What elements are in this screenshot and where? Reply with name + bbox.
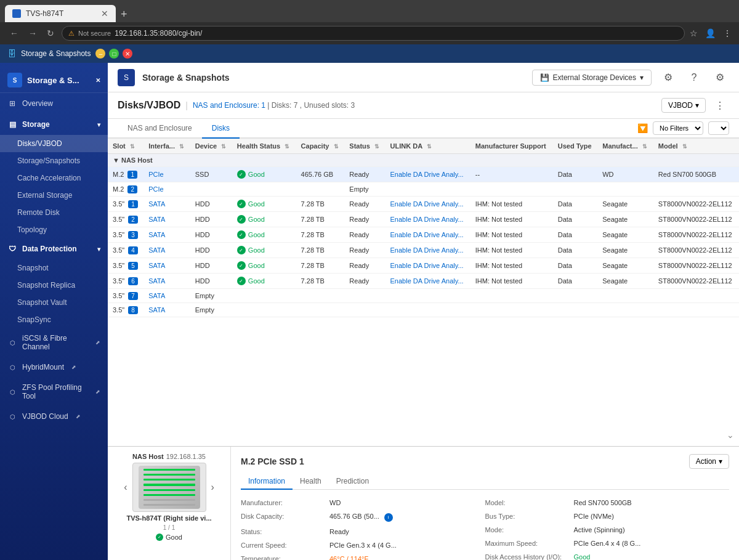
sidebar-item-snapsync[interactable]: SnapSync xyxy=(0,311,108,328)
help-button[interactable]: ? xyxy=(685,68,703,87)
col-capacity[interactable]: Capacity ⇅ xyxy=(296,139,345,154)
used-type-cell xyxy=(553,182,597,197)
action-button[interactable]: Action ▾ xyxy=(689,454,729,469)
prev-device-button[interactable]: ‹ xyxy=(121,479,129,495)
col-mfg-support[interactable]: Manufacturer Support xyxy=(470,139,553,154)
sidebar-item-snapshot-replica[interactable]: Snapshot Replica xyxy=(0,277,108,294)
health-cell: ✓ Good xyxy=(232,258,296,274)
col-health[interactable]: Health Status ⇅ xyxy=(232,139,296,154)
menu-icon[interactable]: ⋮ xyxy=(723,28,732,38)
table-row[interactable]: 3.5" 4 SATA HDD ✓ Good 7.28 TB Ready Ena… xyxy=(108,243,739,258)
sidebar-item-iscsi[interactable]: ⬡ iSCSI & Fibre Channel ⬈ xyxy=(0,328,108,357)
more-button[interactable]: ⚙ xyxy=(711,68,729,87)
sidebar-item-storage[interactable]: ▤ Storage ▾ xyxy=(0,114,108,135)
sidebar-item-snapshot[interactable]: Snapshot xyxy=(0,259,108,277)
col-model[interactable]: Model ⇅ xyxy=(653,139,739,154)
health-tab-label: Health xyxy=(300,477,321,485)
col-ulink[interactable]: ULINK DA ⇅ xyxy=(386,139,470,154)
browser-tab[interactable]: TVS-h874T ✕ xyxy=(5,5,116,22)
interface-link[interactable]: SATA xyxy=(148,277,165,285)
col-manufacturer[interactable]: Manufact... ⇅ xyxy=(597,139,653,154)
interface-link[interactable]: PCIe xyxy=(148,171,163,178)
tab-disks[interactable]: Disks xyxy=(202,119,240,139)
cache-acceleration-label: Cache Acceleration xyxy=(17,174,81,182)
toolbar-more-button[interactable]: ⋮ xyxy=(711,96,729,115)
sidebar-item-topology[interactable]: Topology xyxy=(0,221,108,238)
nas-enclosure-link[interactable]: NAS and Enclosure: 1 xyxy=(193,101,265,110)
reload-button[interactable]: ↻ xyxy=(44,26,57,41)
interface-link[interactable]: SATA xyxy=(148,200,165,208)
table-row[interactable]: 3.5" 1 SATA HDD ✓ Good 7.28 TB Ready Ena… xyxy=(108,197,739,212)
close-button[interactable]: ✕ xyxy=(123,49,132,59)
profile-icon[interactable]: 👤 xyxy=(705,28,716,38)
sidebar-item-data-protection[interactable]: 🛡 Data Protection ▾ xyxy=(0,238,108,259)
sidebar-item-remote-disk[interactable]: Remote Disk xyxy=(0,204,108,221)
table-row[interactable]: 3.5" 6 SATA HDD ✓ Good 7.28 TB Ready Ena… xyxy=(108,274,739,289)
slot-cell: M.2 2 xyxy=(108,182,143,197)
table-row[interactable]: M.2 2 PCIe Empty xyxy=(108,182,739,197)
ulink-link[interactable]: Enable DA Drive Analy... xyxy=(390,200,464,208)
interface-link[interactable]: SATA xyxy=(148,262,165,269)
sidebar-item-vjbod-cloud[interactable]: ⬡ VJBOD Cloud ⬈ xyxy=(0,406,108,427)
capacity-info-icon[interactable]: i xyxy=(384,513,393,522)
detail-tab-information[interactable]: Information xyxy=(241,474,293,490)
address-bar[interactable]: ⚠ Not secure 192.168.1.35:8080/cgi-bin/ xyxy=(62,26,685,41)
sort-select[interactable] xyxy=(708,121,729,135)
external-storage-devices-button[interactable]: 💾 External Storage Devices ▾ xyxy=(532,70,652,86)
star-icon[interactable]: ☆ xyxy=(690,28,698,38)
sidebar-item-snapshot-vault[interactable]: Snapshot Vault xyxy=(0,294,108,311)
sidebar-storage-label: Storage xyxy=(22,120,50,129)
forward-button[interactable]: → xyxy=(26,26,39,41)
detail-tab-health[interactable]: Health xyxy=(293,474,329,490)
sidebar-item-hybridmount[interactable]: ⬡ HybridMount ⬈ xyxy=(0,357,108,378)
tab-nas-enclosure[interactable]: NAS and Enclosure xyxy=(118,119,202,139)
interface-link[interactable]: SATA xyxy=(148,231,165,238)
ulink-link[interactable]: Enable DA Drive Analy... xyxy=(390,277,464,285)
ulink-link[interactable]: Enable DA Drive Analy... xyxy=(390,262,464,269)
sidebar-item-zfs-pool[interactable]: ⬡ ZFS Pool Profiling Tool ⬈ xyxy=(0,378,108,406)
not-secure-label: Not secure xyxy=(78,30,111,37)
sidebar-close-btn[interactable]: ✕ xyxy=(95,77,100,84)
slot-cell: 3.5" 1 xyxy=(108,197,143,212)
filter-select[interactable]: No Filters xyxy=(653,121,703,135)
disk-access-label: Disk Access History (I/O): xyxy=(485,553,571,560)
table-row[interactable]: 3.5" 7 SATA Empty xyxy=(108,289,739,303)
ulink-link[interactable]: Enable DA Drive Analy... xyxy=(390,171,464,178)
tab-close-btn[interactable]: ✕ xyxy=(101,9,108,18)
interface-cell: PCIe xyxy=(143,182,190,197)
interface-link[interactable]: SATA xyxy=(148,246,165,254)
interface-link[interactable]: SATA xyxy=(148,216,165,223)
ulink-link[interactable]: Enable DA Drive Analy... xyxy=(390,231,464,238)
settings-button[interactable]: ⚙ xyxy=(659,68,677,87)
interface-link[interactable]: SATA xyxy=(148,292,165,299)
interface-link[interactable]: PCIe xyxy=(148,185,163,193)
minimize-button[interactable]: – xyxy=(95,49,105,59)
ulink-link[interactable]: Enable DA Drive Analy... xyxy=(390,246,464,254)
next-device-button[interactable]: › xyxy=(209,479,217,495)
sidebar-item-external-storage[interactable]: External Storage xyxy=(0,187,108,204)
sidebar-item-storage-snapshots[interactable]: Storage/Snapshots xyxy=(0,152,108,169)
vjbod-button[interactable]: VJBOD ▾ xyxy=(661,98,706,113)
col-device[interactable]: Device ⇅ xyxy=(190,139,232,154)
table-row[interactable]: M.2 1 PCIe SSD ✓ Good 465.76 GB Ready En… xyxy=(108,167,739,182)
col-interface[interactable]: Interfa... ⇅ xyxy=(143,139,190,154)
sidebar-item-overview[interactable]: ⊞ Overview xyxy=(0,93,108,114)
detail-tab-prediction[interactable]: Prediction xyxy=(329,474,376,490)
collapse-icon[interactable]: ▼ xyxy=(113,156,119,164)
col-used-type[interactable]: Used Type xyxy=(553,139,597,154)
filter-icon[interactable]: 🔽 xyxy=(637,123,648,133)
table-row[interactable]: 3.5" 5 SATA HDD ✓ Good 7.28 TB Ready Ena… xyxy=(108,258,739,274)
ulink-link[interactable]: Enable DA Drive Analy... xyxy=(390,216,464,223)
sidebar-item-disks-vjbod[interactable]: Disks/VJBOD xyxy=(0,135,108,152)
sidebar-item-cache-acceleration[interactable]: Cache Acceleration xyxy=(0,169,108,187)
hdd-icon: 💾 xyxy=(540,73,549,82)
maximize-button[interactable]: □ xyxy=(109,49,119,59)
col-status[interactable]: Status ⇅ xyxy=(344,139,385,154)
table-row[interactable]: 3.5" 8 SATA Empty xyxy=(108,303,739,317)
interface-link[interactable]: SATA xyxy=(148,306,165,314)
new-tab-button[interactable]: + xyxy=(121,8,127,21)
back-button[interactable]: ← xyxy=(7,26,21,41)
col-slot[interactable]: Slot ⇅ xyxy=(108,139,143,154)
table-row[interactable]: 3.5" 3 SATA HDD ✓ Good 7.28 TB Ready Ena… xyxy=(108,227,739,243)
table-row[interactable]: 3.5" 2 SATA HDD ✓ Good 7.28 TB Ready Ena… xyxy=(108,212,739,227)
